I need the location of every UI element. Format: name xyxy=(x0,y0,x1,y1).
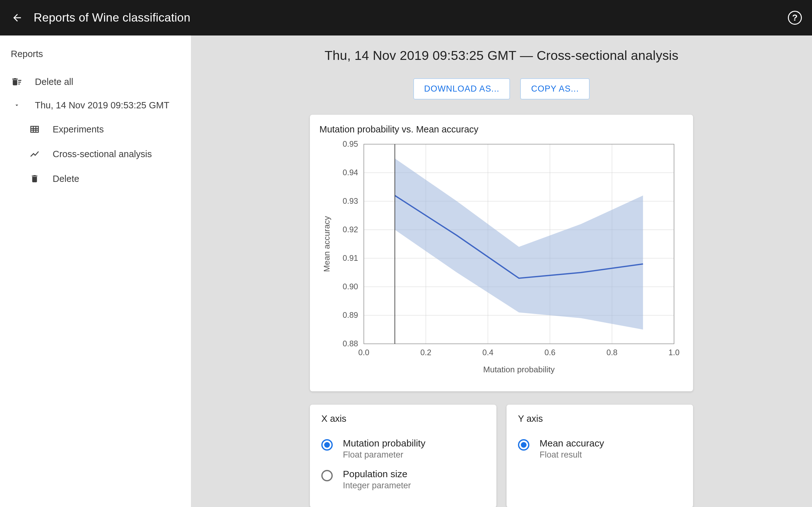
help-icon: ? xyxy=(792,13,798,23)
svg-text:Mutation probability: Mutation probability xyxy=(483,365,554,374)
svg-text:0.89: 0.89 xyxy=(343,311,358,320)
svg-text:0.95: 0.95 xyxy=(343,141,358,148)
copy-button[interactable]: COPY AS... xyxy=(520,78,590,100)
radio-label: Mutation probability xyxy=(343,438,425,449)
svg-text:0.88: 0.88 xyxy=(343,339,358,348)
sidebar: Reports Delete all Thu, 14 Nov 2019 09:5… xyxy=(0,36,191,507)
svg-text:0.2: 0.2 xyxy=(420,348,432,357)
svg-text:1.0: 1.0 xyxy=(669,348,680,357)
trash-icon xyxy=(29,173,41,185)
svg-text:0.92: 0.92 xyxy=(343,225,358,234)
experiments-item[interactable]: Experiments xyxy=(18,117,191,142)
delete-sweep-icon xyxy=(11,76,23,88)
axis-config-row: X axis Mutation probabilityFloat paramet… xyxy=(310,405,693,507)
radio-icon xyxy=(321,439,333,451)
radio-label: Mean accuracy xyxy=(540,438,604,449)
cross-sectional-item[interactable]: Cross-sectional analysis xyxy=(18,142,191,166)
svg-text:0.6: 0.6 xyxy=(544,348,555,357)
radio-icon xyxy=(518,439,529,451)
chart-card: Mutation probability vs. Mean accuracy 0… xyxy=(310,115,693,391)
main-content: Thu, 14 Nov 2019 09:53:25 GMT — Cross-se… xyxy=(191,36,812,507)
svg-text:0.94: 0.94 xyxy=(343,168,358,177)
svg-text:0.91: 0.91 xyxy=(343,253,358,262)
svg-text:0.8: 0.8 xyxy=(606,348,618,357)
x-axis-title: X axis xyxy=(321,413,485,424)
svg-rect-0 xyxy=(31,126,38,132)
svg-text:0.90: 0.90 xyxy=(343,282,358,291)
svg-text:0.4: 0.4 xyxy=(483,348,494,357)
experiments-label: Experiments xyxy=(53,124,104,135)
radio-icon xyxy=(321,470,333,481)
app-title: Reports of Wine classification xyxy=(34,11,190,24)
delete-all-button[interactable]: Delete all xyxy=(0,70,191,94)
x-axis-option-0[interactable]: Mutation probabilityFloat parameter xyxy=(321,434,485,464)
x-axis-card: X axis Mutation probabilityFloat paramet… xyxy=(310,405,496,507)
y-axis-card: Y axis Mean accuracyFloat result xyxy=(507,405,693,507)
delete-label: Delete xyxy=(53,174,79,184)
app-header: Reports of Wine classification ? xyxy=(0,0,812,36)
chart-title: Mutation probability vs. Mean accuracy xyxy=(319,124,683,135)
delete-item[interactable]: Delete xyxy=(18,166,191,191)
help-button[interactable]: ? xyxy=(788,11,802,25)
y-axis-title: Y axis xyxy=(518,413,681,424)
y-axis-option-0[interactable]: Mean accuracyFloat result xyxy=(518,434,681,464)
radio-sublabel: Integer parameter xyxy=(343,481,411,491)
report-date-label: Thu, 14 Nov 2019 09:53:25 GMT xyxy=(35,100,169,111)
svg-text:0.93: 0.93 xyxy=(343,196,358,205)
radio-sublabel: Float result xyxy=(540,450,604,460)
cross-sectional-label: Cross-sectional analysis xyxy=(53,149,152,159)
chevron-down-icon xyxy=(11,99,23,111)
radio-label: Population size xyxy=(343,469,411,480)
svg-text:Mean accuracy: Mean accuracy xyxy=(322,216,332,272)
table-icon xyxy=(29,123,41,135)
action-bar: DOWNLOAD AS... COPY AS... xyxy=(413,78,590,100)
download-button[interactable]: DOWNLOAD AS... xyxy=(413,78,510,100)
delete-all-label: Delete all xyxy=(35,77,73,87)
line-chart-icon xyxy=(29,148,41,160)
chart-plot: 0.00.20.40.60.81.00.880.890.900.910.920.… xyxy=(319,141,683,379)
radio-sublabel: Float parameter xyxy=(343,450,425,460)
arrow-back-icon xyxy=(11,12,23,23)
report-date-item[interactable]: Thu, 14 Nov 2019 09:53:25 GMT xyxy=(0,94,191,117)
svg-text:0.0: 0.0 xyxy=(358,348,369,357)
x-axis-option-1[interactable]: Population sizeInteger parameter xyxy=(321,464,485,495)
sidebar-title: Reports xyxy=(0,45,191,70)
page-title: Thu, 14 Nov 2019 09:53:25 GMT — Cross-se… xyxy=(324,48,678,63)
back-button[interactable] xyxy=(10,11,24,25)
